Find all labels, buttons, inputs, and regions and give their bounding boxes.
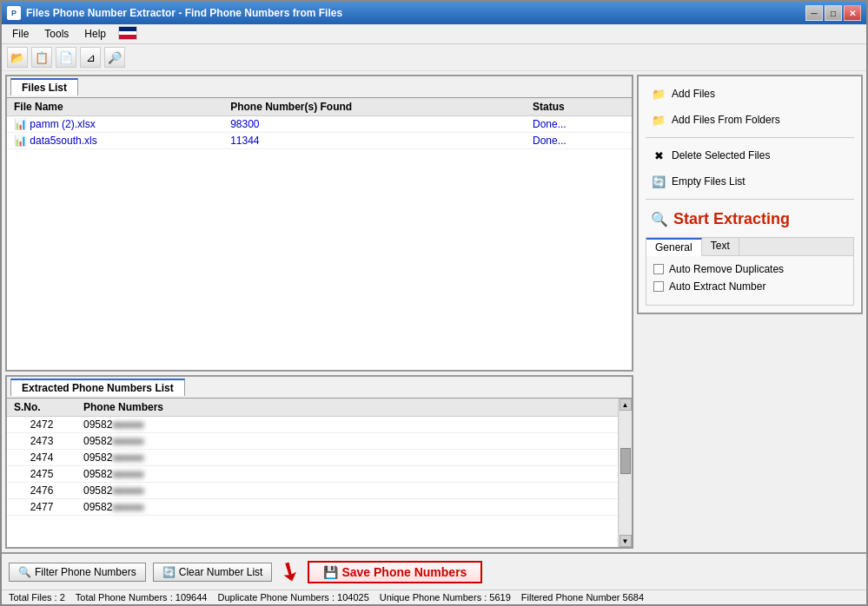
title-bar-left: P Files Phone Number Extractor - Find Ph… xyxy=(7,6,342,20)
col-phone-found: Phone Number(s) Found xyxy=(223,98,526,116)
sno-cell: 2477 xyxy=(7,499,76,516)
scroll-up-button[interactable]: ▲ xyxy=(620,399,632,411)
extracted-tab[interactable]: Extracted Phone Numbers List xyxy=(10,379,185,396)
menu-file[interactable]: File xyxy=(5,26,36,42)
filter-button[interactable]: ⊿ xyxy=(80,47,101,68)
right-buttons-panel: 📁 Add Files 📁 Add Files From Folders ✖ D… xyxy=(637,75,863,314)
col-status: Status xyxy=(526,98,632,116)
title-controls: ─ □ ✕ xyxy=(805,5,861,21)
add-files-icon: 📁 xyxy=(651,86,666,102)
search-button[interactable]: 🔎 xyxy=(104,47,125,68)
empty-files-label: Empty Files List xyxy=(672,175,745,188)
start-extracting-button[interactable]: 🔍 Start Extracting xyxy=(646,207,854,232)
empty-cell xyxy=(548,450,618,466)
options-content: Auto Remove Duplicates Auto Extract Numb… xyxy=(646,256,853,305)
open-folder-button[interactable]: 📂 xyxy=(7,47,28,68)
copy-button[interactable]: 📋 xyxy=(31,47,52,68)
main-window: P Files Phone Number Extractor - Find Ph… xyxy=(0,0,868,606)
menu-bar: File Tools Help xyxy=(2,24,866,44)
add-files-button[interactable]: 📁 Add Files xyxy=(646,83,854,104)
auto-remove-duplicates-row: Auto Remove Duplicates xyxy=(653,263,846,275)
minimize-button[interactable]: ─ xyxy=(805,5,823,21)
table-row[interactable]: 📊 data5south.xls 11344 Done... xyxy=(7,133,632,149)
filter-phone-button[interactable]: 🔍 Filter Phone Numbers xyxy=(9,563,146,582)
phone-cell: 09582●●●●● xyxy=(76,417,548,433)
empty-cell xyxy=(548,433,618,450)
right-panel: 📁 Add Files 📁 Add Files From Folders ✖ D… xyxy=(637,75,863,549)
extracted-row: 2475 09582●●●●● xyxy=(7,466,618,483)
sno-cell: 2476 xyxy=(7,483,76,499)
phone-cell: 09582●●●●● xyxy=(76,466,548,483)
col-sno: S.No. xyxy=(7,399,76,417)
add-files-folder-button[interactable]: 📁 Add Files From Folders xyxy=(646,109,854,130)
blurred-phone: ●●●●● xyxy=(112,435,143,447)
auto-extract-number-checkbox[interactable] xyxy=(653,281,664,292)
new-button[interactable]: 📄 xyxy=(56,47,76,68)
sno-cell: 2473 xyxy=(7,433,76,450)
file-name-cell: 📊 data5south.xls xyxy=(7,133,223,149)
scroll-handle[interactable] xyxy=(620,448,631,474)
blurred-phone: ●●●●● xyxy=(112,451,143,464)
content-area: Files List File Name Phone Number(s) Fou… xyxy=(2,71,866,552)
filtered-stat: Filtered Phone Number 5684 xyxy=(521,592,644,603)
file-name-link[interactable]: pamm (2).xlsx xyxy=(30,118,95,130)
save-icon: 💾 xyxy=(323,565,338,579)
phone-found-cell: 11344 xyxy=(223,133,526,149)
empty-files-button[interactable]: 🔄 Empty Files List xyxy=(646,171,854,192)
bottom-toolbar: 🔍 Filter Phone Numbers 🔄 Clear Number Li… xyxy=(2,552,866,590)
app-icon: P xyxy=(7,6,21,20)
vertical-scrollbar[interactable]: ▲ ▼ xyxy=(618,399,632,547)
blurred-phone: ●●●●● xyxy=(112,418,143,431)
add-files-label: Add Files xyxy=(672,88,715,100)
clear-number-button[interactable]: 🔄 Clear Number List xyxy=(153,563,273,582)
file-icon: 📊 xyxy=(14,118,27,130)
language-flag[interactable] xyxy=(118,26,137,40)
auto-remove-duplicates-checkbox[interactable] xyxy=(653,264,664,274)
auto-remove-duplicates-label: Auto Remove Duplicates xyxy=(669,263,784,275)
total-files-stat: Total Files : 2 xyxy=(9,592,65,603)
col-filename: File Name xyxy=(7,98,223,116)
options-tabs: General Text xyxy=(646,238,853,256)
empty-files-icon: 🔄 xyxy=(651,174,666,189)
tab-text[interactable]: Text xyxy=(702,238,739,255)
save-arrow-hint: ➘ xyxy=(274,554,305,589)
scroll-track[interactable] xyxy=(620,411,632,535)
scroll-down-button[interactable]: ▼ xyxy=(620,535,632,547)
file-name-link[interactable]: data5south.xls xyxy=(30,135,96,147)
menu-help[interactable]: Help xyxy=(77,26,113,42)
auto-extract-number-label: Auto Extract Number xyxy=(669,280,765,293)
empty-cell xyxy=(548,483,618,499)
clear-number-label: Clear Number List xyxy=(179,566,263,578)
save-phone-button[interactable]: 💾 Save Phone Numbers xyxy=(308,561,482,583)
menu-tools[interactable]: Tools xyxy=(37,26,76,42)
filter-phone-label: Filter Phone Numbers xyxy=(35,566,136,578)
divider-2 xyxy=(646,199,854,200)
magnifier-icon: 🔍 xyxy=(651,211,668,227)
delete-files-button[interactable]: ✖ Delete Selected Files xyxy=(646,145,854,166)
table-row[interactable]: 📊 pamm (2).xlsx 98300 Done... xyxy=(7,116,632,133)
extracted-tab-header: Extracted Phone Numbers List xyxy=(7,377,632,399)
phone-cell: 09582●●●●● xyxy=(76,499,548,516)
tab-general[interactable]: General xyxy=(646,238,702,256)
total-phone-stat: Total Phone Numbers : 109644 xyxy=(76,592,208,603)
files-table: File Name Phone Number(s) Found Status 📊… xyxy=(7,98,632,149)
phone-found-cell: 98300 xyxy=(223,116,526,133)
extracted-row: 2472 09582●●●●● xyxy=(7,417,618,433)
files-list-tab[interactable]: Files List xyxy=(10,78,78,96)
maximize-button[interactable]: □ xyxy=(825,5,842,21)
extracted-table-wrap[interactable]: S.No. Phone Numbers 2472 09582●●●●● 2473… xyxy=(7,399,618,547)
empty-cell xyxy=(548,499,618,516)
close-button[interactable]: ✕ xyxy=(844,5,861,21)
extracted-row: 2474 09582●●●●● xyxy=(7,450,618,466)
extracted-row: 2477 09582●●●●● xyxy=(7,499,618,516)
options-panel: General Text Auto Remove Duplicates Auto… xyxy=(646,237,854,306)
save-phone-label: Save Phone Numbers xyxy=(341,565,467,579)
file-icon: 📊 xyxy=(14,135,27,147)
extracted-panel: Extracted Phone Numbers List S.No. Phone… xyxy=(5,375,633,549)
unique-stat: Unique Phone Numbers : 5619 xyxy=(380,592,511,603)
phone-cell: 09582●●●●● xyxy=(76,433,548,450)
extracted-row: 2473 09582●●●●● xyxy=(7,433,618,450)
empty-cell xyxy=(548,417,618,433)
blurred-phone: ●●●●● xyxy=(112,501,143,513)
title-bar: P Files Phone Number Extractor - Find Ph… xyxy=(2,2,866,24)
